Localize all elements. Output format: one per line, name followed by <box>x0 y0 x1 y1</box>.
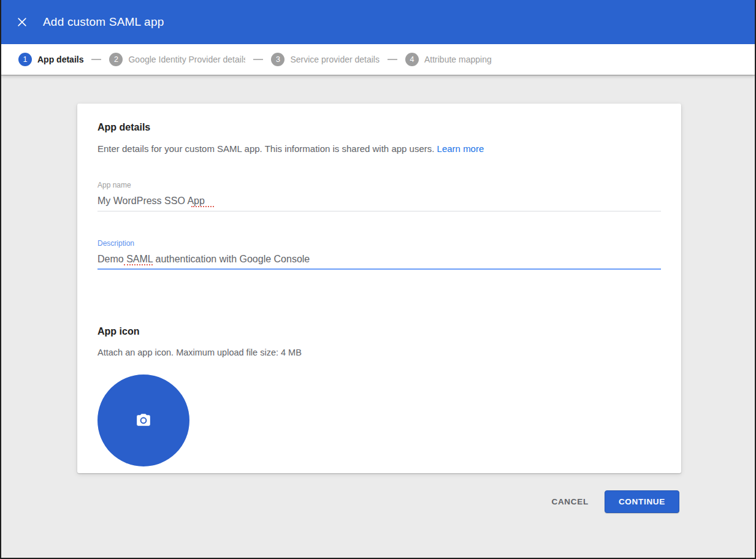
step-connector <box>253 59 263 60</box>
description-field: Description Demo SAML authentication wit… <box>97 239 661 270</box>
step-number-badge: 3 <box>271 53 284 66</box>
step-number-badge: 4 <box>405 53 419 66</box>
step-connector <box>91 59 101 60</box>
step-number-badge: 1 <box>18 53 32 66</box>
step-label: Service provider details <box>290 55 380 64</box>
step-label: Attribute mapping <box>424 55 492 64</box>
stepper-step-app-details: 1 App details <box>18 53 83 66</box>
stepper-step-google-idp-details: 2 Google Identity Provider details <box>109 53 245 66</box>
step-connector <box>388 59 397 60</box>
app-name-input[interactable]: My WordPress SSO App <box>97 196 661 211</box>
app-name-label: App name <box>97 181 661 189</box>
app-icon-upload-button[interactable] <box>97 375 189 466</box>
dialog-title: Add custom SAML app <box>43 15 164 29</box>
cancel-button[interactable]: CANCEL <box>544 491 595 512</box>
wizard-stepper: 1 App details 2 Google Identity Provider… <box>1 44 755 75</box>
learn-more-link[interactable]: Learn more <box>437 143 484 154</box>
step-number-badge: 2 <box>109 53 123 66</box>
dialog-actions: CANCEL CONTINUE <box>1 490 679 513</box>
step-label: App details <box>37 55 83 64</box>
app-name-field: App name My WordPress SSO App <box>97 181 661 211</box>
dialog-header: Add custom SAML app <box>1 0 755 44</box>
app-icon-title: App icon <box>97 326 661 337</box>
app-details-card: App details Enter details for your custo… <box>77 104 681 473</box>
section-title: App details <box>97 122 661 133</box>
description-input[interactable]: Demo SAML authentication with Google Con… <box>97 254 661 270</box>
step-label: Google Identity Provider details <box>128 55 245 64</box>
section-description-text: Enter details for your custom SAML app. … <box>97 143 434 154</box>
section-description: Enter details for your custom SAML app. … <box>97 143 661 154</box>
description-label: Description <box>97 239 661 248</box>
camera-icon <box>136 413 151 428</box>
app-icon-hint: Attach an app icon. Maximum upload file … <box>97 348 661 357</box>
spellcheck-squiggle <box>191 206 214 207</box>
close-icon[interactable] <box>16 16 28 28</box>
spellcheck-squiggle <box>124 264 153 265</box>
stepper-step-service-provider-details: 3 Service provider details <box>271 53 380 66</box>
continue-button[interactable]: CONTINUE <box>605 490 679 513</box>
dialog-body: App details Enter details for your custo… <box>1 75 755 513</box>
stepper-step-attribute-mapping: 4 Attribute mapping <box>405 53 492 66</box>
